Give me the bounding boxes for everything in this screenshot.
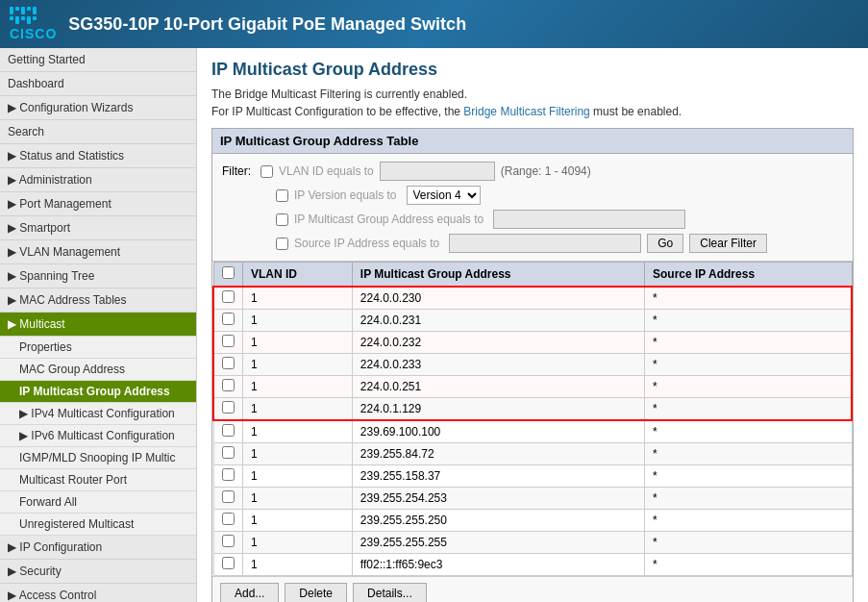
row-checkbox[interactable] (222, 424, 235, 437)
table-row: 1 239.255.255.255 * (213, 532, 852, 554)
filter-row-vlan: Filter: VLAN ID equals to (Range: 1 - 40… (222, 162, 843, 181)
sidebar-item-unregistered-multicast[interactable]: Unregistered Multicast (0, 514, 196, 536)
table-row: 1 239.255.254.253 * (213, 488, 852, 510)
vlan-filter-checkbox[interactable] (260, 165, 273, 178)
row-vlan-id: 1 (243, 465, 353, 488)
ip-version-label: IP Version equals to (294, 188, 397, 202)
ip-multicast-label: IP Multicast Group Address equals to (294, 213, 484, 226)
details-button[interactable]: Details... (353, 583, 427, 602)
sidebar-item-status-stats[interactable]: ▶ Status and Statistics (0, 144, 196, 168)
sidebar-item-search[interactable]: Search (0, 120, 196, 144)
bridge-multicast-link[interactable]: Bridge Multicast Filtering (463, 105, 589, 118)
row-vlan-id: 1 (243, 554, 353, 576)
sidebar-item-ipv6-multicast-config[interactable]: ▶ IPv6 Multicast Configuration (0, 425, 196, 447)
filter-label-text: Filter: (222, 164, 251, 178)
vlan-label: VLAN ID equals to (279, 164, 374, 178)
ip-version-filter-checkbox[interactable] (276, 189, 288, 202)
row-checkbox-cell (213, 287, 243, 310)
go-button[interactable]: Go (647, 234, 683, 253)
info-line2: For IP Multicast Configuration to be eff… (211, 105, 854, 118)
row-ip-multicast: 224.0.0.251 (352, 376, 644, 398)
table-row: 1 224.0.0.231 * (213, 310, 852, 332)
logo-bar (21, 7, 25, 14)
sidebar-item-properties[interactable]: Properties (0, 337, 196, 359)
header: CISCO SG350-10P 10-Port Gigabit PoE Mana… (0, 0, 868, 48)
row-checkbox[interactable] (222, 513, 235, 525)
row-source-ip: * (645, 510, 852, 532)
row-ip-multicast: 239.255.255.250 (352, 510, 644, 532)
row-checkbox[interactable] (222, 446, 235, 459)
row-source-ip: * (645, 287, 852, 310)
row-checkbox[interactable] (222, 468, 235, 481)
row-ip-multicast: 239.255.158.37 (352, 465, 644, 488)
row-checkbox-cell (213, 443, 243, 465)
select-all-checkbox[interactable] (222, 266, 235, 279)
row-checkbox[interactable] (222, 490, 235, 503)
ip-version-select[interactable]: Version 4 Version 6 (407, 186, 481, 205)
sidebar-item-ip-multicast-group-address[interactable]: IP Multicast Group Address (0, 381, 196, 403)
row-checkbox[interactable] (222, 290, 235, 303)
table-section: IP Multicast Group Address Table Filter:… (211, 128, 854, 602)
source-ip-input[interactable] (449, 234, 641, 253)
row-checkbox[interactable] (222, 401, 235, 414)
row-source-ip: * (645, 310, 852, 332)
logo-bar (15, 7, 19, 11)
sidebar-item-getting-started[interactable]: Getting Started (0, 48, 196, 72)
clear-filter-button[interactable]: Clear Filter (689, 234, 767, 253)
header-source-ip: Source IP Address (645, 263, 852, 288)
sidebar-item-mac-group-address[interactable]: MAC Group Address (0, 359, 196, 381)
row-vlan-id: 1 (243, 398, 353, 421)
ip-multicast-input[interactable] (493, 210, 685, 229)
row-checkbox[interactable] (222, 379, 235, 391)
vlan-hint: (Range: 1 - 4094) (501, 164, 591, 178)
row-source-ip: * (645, 554, 852, 576)
sidebar-item-forward-all[interactable]: Forward All (0, 491, 196, 514)
table-row: 1 239.69.100.100 * (213, 420, 852, 443)
row-vlan-id: 1 (243, 532, 353, 554)
delete-button[interactable]: Delete (285, 583, 347, 602)
sidebar-item-multicast[interactable]: ▶ Multicast (0, 313, 196, 337)
sidebar-item-smartport[interactable]: ▶ Smartport (0, 216, 196, 240)
row-checkbox[interactable] (222, 357, 235, 369)
source-ip-filter-checkbox[interactable] (276, 238, 288, 250)
row-source-ip: * (645, 332, 852, 354)
sidebar-item-ip-configuration[interactable]: ▶ IP Configuration (0, 536, 196, 560)
header-ip-multicast: IP Multicast Group Address (352, 263, 644, 288)
sidebar-item-ipv4-multicast-config[interactable]: ▶ IPv4 Multicast Configuration (0, 403, 196, 425)
table-section-header: IP Multicast Group Address Table (212, 129, 853, 154)
row-ip-multicast: 224.0.0.231 (352, 310, 644, 332)
sidebar-item-vlan-management[interactable]: ▶ VLAN Management (0, 240, 196, 264)
row-checkbox[interactable] (222, 313, 235, 325)
sidebar-item-spanning-tree[interactable]: ▶ Spanning Tree (0, 264, 196, 288)
row-checkbox[interactable] (222, 535, 235, 547)
vlan-input[interactable] (380, 162, 495, 181)
row-ip-multicast: 224.0.0.232 (352, 332, 644, 354)
row-checkbox-cell (213, 310, 243, 332)
row-checkbox[interactable] (222, 335, 235, 347)
sidebar-item-access-control[interactable]: ▶ Access Control (0, 584, 196, 602)
row-checkbox-cell (213, 532, 243, 554)
row-vlan-id: 1 (243, 354, 353, 376)
sidebar-item-mac-address-tables[interactable]: ▶ MAC Address Tables (0, 288, 196, 313)
page-title: IP Multicast Group Address (211, 60, 854, 80)
sidebar-item-igmp-mld[interactable]: IGMP/MLD Snooping IP Multic (0, 447, 196, 469)
sidebar-item-administration[interactable]: ▶ Administration (0, 168, 196, 192)
sidebar-item-multicast-router-port[interactable]: Multicast Router Port (0, 469, 196, 491)
sidebar-item-port-management[interactable]: ▶ Port Management (0, 192, 196, 216)
row-ip-multicast: ff02::1:ff65:9ec3 (352, 554, 644, 576)
row-vlan-id: 1 (243, 510, 353, 532)
add-button[interactable]: Add... (220, 583, 279, 602)
ip-multicast-filter-checkbox[interactable] (276, 213, 288, 226)
sidebar-item-config-wizards[interactable]: ▶ Configuration Wizards (0, 96, 196, 120)
row-ip-multicast: 224.0.1.129 (352, 398, 644, 421)
row-source-ip: * (645, 443, 852, 465)
row-checkbox[interactable] (222, 557, 235, 569)
logo-bar (33, 7, 37, 14)
sidebar-item-dashboard[interactable]: Dashboard (0, 72, 196, 96)
row-vlan-id: 1 (243, 488, 353, 510)
filter-row-source-ip: Source IP Address equals to Go Clear Fil… (222, 234, 843, 253)
sidebar-item-security[interactable]: ▶ Security (0, 560, 196, 584)
logo-bar (10, 16, 13, 20)
logo-bar (15, 16, 19, 24)
row-checkbox-cell (213, 554, 243, 576)
